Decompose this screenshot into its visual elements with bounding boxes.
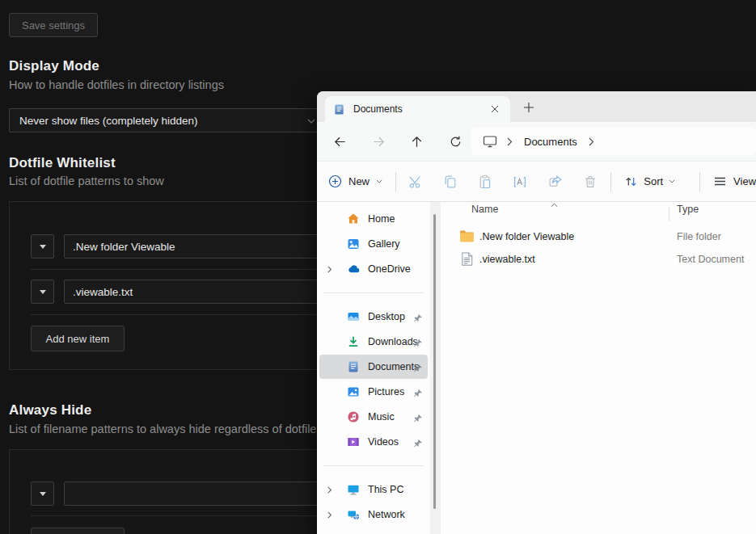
whitelist-pattern-input[interactable] (64, 280, 331, 304)
view-icon (713, 174, 727, 188)
sidebar-item-network[interactable]: Network (319, 502, 428, 527)
whitelist-row-dropdown-button[interactable] (31, 280, 54, 304)
sidebar-item-label: Downloads (368, 336, 418, 347)
home-icon (347, 212, 360, 225)
pin-icon (413, 313, 423, 323)
share-button[interactable] (538, 166, 572, 198)
sidebar-item-home[interactable]: Home (319, 207, 428, 231)
always-hide-pattern-input[interactable] (64, 481, 331, 506)
triangle-down-icon (40, 245, 46, 249)
arrow-left-icon (333, 135, 347, 149)
view-button[interactable]: View (713, 174, 756, 188)
chevron-right-icon (327, 266, 334, 273)
always-hide-panel (9, 449, 340, 534)
scrollbar-thumb[interactable] (433, 214, 436, 509)
file-row[interactable]: .viewable.txt Text Document (441, 249, 756, 271)
sidebar-item-label: Desktop (368, 311, 405, 322)
sidebar-item-label: Documents (368, 361, 419, 372)
music-icon (347, 410, 360, 423)
videos-icon (347, 435, 360, 448)
sidebar-item-label: Videos (368, 436, 399, 448)
forward-button[interactable] (366, 130, 391, 153)
new-button[interactable]: New (328, 174, 382, 188)
chevron-right-icon (589, 137, 594, 146)
sidebar-item-documents[interactable]: Documents (319, 355, 428, 379)
always-hide-title: Always Hide (9, 402, 91, 418)
folder-icon (459, 229, 475, 243)
file-name: .New folder Viewable (479, 231, 574, 242)
toolbar-separator (395, 172, 396, 191)
this-pc-icon (347, 483, 360, 496)
toolbar-separator (699, 172, 700, 191)
copy-button[interactable] (433, 166, 467, 198)
always-hide-row-dropdown-button[interactable] (31, 481, 54, 506)
explorer-nav-bar: Documents (317, 122, 756, 161)
downloads-icon (347, 335, 360, 348)
add-new-item-button[interactable]: Add new item (31, 326, 125, 351)
display-mode-subtitle: How to handle dotfiles in directory list… (9, 78, 224, 91)
this-pc-icon (483, 134, 497, 149)
column-header-name[interactable]: Name (471, 204, 498, 225)
up-button[interactable] (404, 130, 429, 153)
sidebar-item-desktop[interactable]: Desktop (319, 305, 428, 329)
chevron-down-icon (376, 179, 382, 183)
address-bar[interactable]: Documents (471, 128, 756, 155)
refresh-icon (449, 135, 462, 149)
sort-icon (624, 174, 638, 188)
arrow-right-icon (372, 135, 386, 149)
sidebar-item-gallery[interactable]: Gallery (319, 232, 428, 256)
triangle-down-icon (40, 492, 46, 496)
cut-icon (408, 174, 423, 189)
tab-close-button[interactable] (488, 102, 502, 116)
tab-documents[interactable]: Documents (325, 96, 510, 122)
dotfile-whitelist-title: Dotfile Whitelist (9, 155, 116, 171)
chevron-right-icon (327, 486, 334, 494)
close-icon (491, 105, 499, 113)
pin-icon (413, 414, 423, 423)
row-divider (31, 269, 331, 270)
cut-button[interactable] (398, 166, 433, 198)
row-divider (31, 314, 331, 315)
rename-icon (513, 174, 527, 189)
chevron-right-icon (507, 137, 513, 146)
column-separator[interactable] (669, 207, 669, 221)
save-settings-button[interactable]: Save settings (9, 13, 98, 37)
sidebar-scrollbar[interactable] (430, 202, 441, 534)
paste-icon (478, 174, 492, 189)
column-header-type[interactable]: Type (677, 204, 699, 225)
sidebar-item-label: This PC (368, 484, 403, 495)
display-mode-select[interactable]: Never show files (completely hidden) (9, 108, 332, 132)
refresh-button[interactable] (443, 130, 467, 153)
pin-icon (413, 439, 423, 448)
new-tab-button[interactable] (521, 99, 537, 116)
sidebar-item-pictures[interactable]: Pictures (319, 380, 428, 404)
whitelist-row-dropdown-button[interactable] (31, 234, 54, 259)
file-row[interactable]: .New folder Viewable File folder (441, 226, 756, 248)
add-new-item-button-partial[interactable] (31, 528, 125, 534)
paste-button[interactable] (467, 166, 502, 198)
sidebar-item-videos[interactable]: Videos (319, 430, 428, 454)
display-mode-title: Display Mode (9, 58, 99, 74)
sidebar-item-onedrive[interactable]: OneDrive (319, 257, 428, 281)
rename-button[interactable] (503, 166, 538, 198)
sidebar-item-label: Gallery (368, 238, 400, 250)
row-divider (31, 515, 331, 516)
triangle-down-icon (40, 290, 46, 294)
pin-icon (413, 338, 423, 348)
back-button[interactable] (327, 130, 352, 153)
delete-button[interactable] (572, 166, 607, 198)
network-icon (347, 508, 360, 521)
sort-button[interactable]: Sort (624, 174, 675, 188)
sidebar-item-music[interactable]: Music (319, 405, 428, 429)
sidebar-item-label: Pictures (368, 386, 404, 397)
whitelist-pattern-input[interactable] (64, 234, 331, 259)
file-explorer-window: Documents (317, 91, 756, 534)
circle-plus-icon (328, 174, 342, 188)
sidebar-item-this-pc[interactable]: This PC (319, 477, 428, 502)
chevron-down-icon (307, 119, 315, 124)
breadcrumb-segment[interactable]: Documents (521, 136, 581, 148)
arrow-up-icon (410, 135, 424, 149)
text-file-icon (461, 252, 473, 266)
sidebar-item-label: OneDrive (368, 263, 411, 275)
sidebar-item-downloads[interactable]: Downloads (319, 330, 428, 354)
